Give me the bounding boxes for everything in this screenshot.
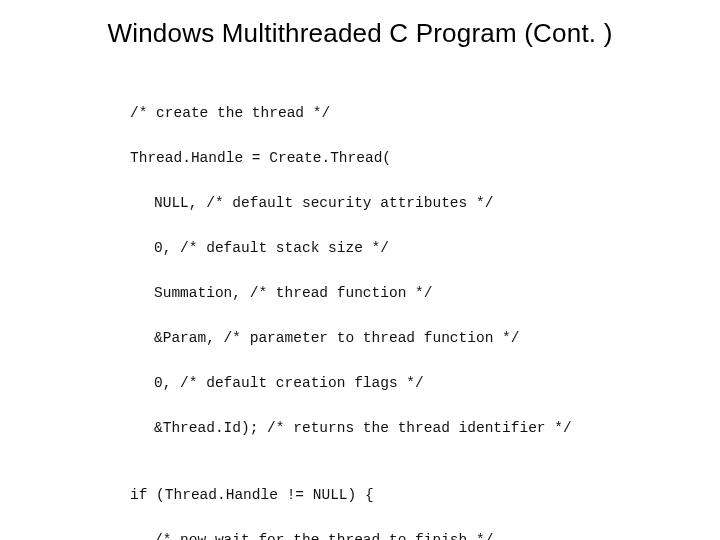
code-block: /* create the thread */ Thread.Handle = … (130, 80, 690, 540)
code-line: &Thread.Id); /* returns the thread ident… (130, 417, 690, 439)
code-line: if (Thread.Handle != NULL) { (130, 484, 690, 506)
code-line: /* now wait for the thread to finish */ (130, 529, 690, 540)
code-line: 0, /* default creation flags */ (130, 372, 690, 394)
slide-title: Windows Multithreaded C Program (Cont. ) (0, 18, 720, 49)
code-line: &Param, /* parameter to thread function … (130, 327, 690, 349)
code-line: Summation, /* thread function */ (130, 282, 690, 304)
code-line: Thread.Handle = Create.Thread( (130, 147, 690, 169)
code-line: 0, /* default stack size */ (130, 237, 690, 259)
slide: Windows Multithreaded C Program (Cont. )… (0, 0, 720, 540)
code-line: NULL, /* default security attributes */ (130, 192, 690, 214)
code-line: /* create the thread */ (130, 102, 690, 124)
